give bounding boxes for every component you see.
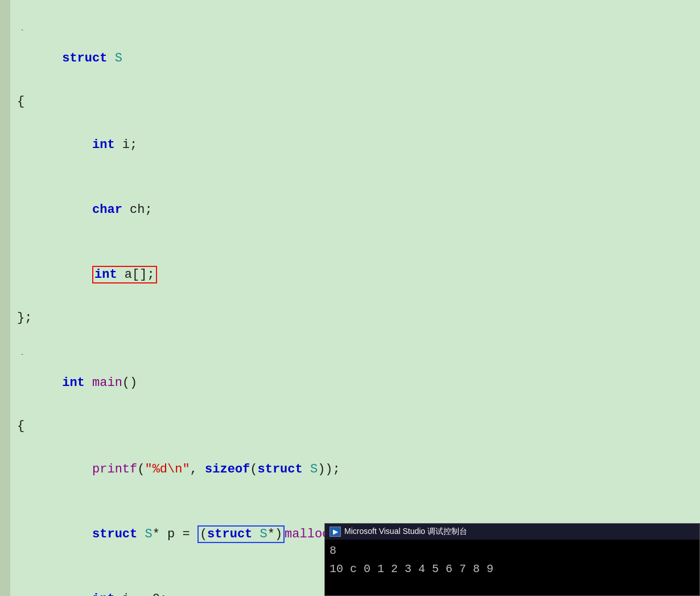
- code-editor: - struct S { int i; char ch; int a[]; };…: [0, 0, 700, 596]
- code-line-close-struct: };: [17, 307, 700, 329]
- console-icon: ▶: [330, 527, 341, 537]
- code-line-int-main: - int main(): [17, 329, 700, 416]
- code-line-open-brace-2: {: [17, 416, 700, 437]
- code-line-open-brace-1: {: [17, 91, 700, 113]
- collapse-struct[interactable]: -: [19, 26, 26, 33]
- console-window: ▶ Microsoft Visual Studio 调试控制台 8 10 c 0…: [324, 523, 700, 596]
- console-title: Microsoft Visual Studio 调试控制台: [344, 527, 467, 537]
- console-titlebar: ▶ Microsoft Visual Studio 调试控制台: [325, 524, 699, 540]
- code-line-struct-s: - struct S: [17, 5, 700, 91]
- code-line-char-ch: char ch;: [17, 178, 700, 242]
- console-line-2: 10 c 0 1 2 3 4 5 6 7 8 9: [330, 560, 695, 578]
- collapse-main[interactable]: -: [19, 351, 26, 357]
- code-line-int-a: int a[];: [17, 242, 700, 307]
- code-line-int-i: int i;: [17, 113, 700, 178]
- console-body: 8 10 c 0 1 2 3 4 5 6 7 8 9: [325, 540, 699, 581]
- console-line-1: 8: [330, 542, 695, 560]
- code-line-printf-sizeof: printf("%d\n", sizeof(struct S));: [17, 437, 700, 502]
